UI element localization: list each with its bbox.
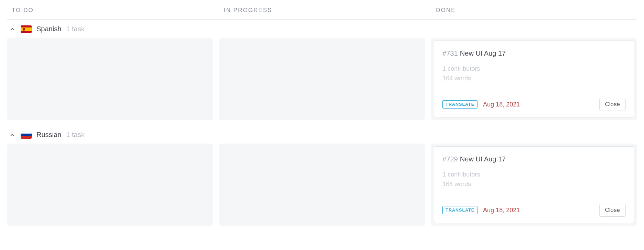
kanban-board: TO DO IN PROGRESS DONE Spanish 1 task #7…: [7, 0, 637, 238]
task-due-date: Aug 18, 2021: [483, 101, 520, 108]
task-name: New UI Aug 17: [460, 155, 506, 163]
group-lanes: #731New UI Aug 17 1 contributors 164 wor…: [7, 38, 637, 120]
column-headers: TO DO IN PROGRESS DONE: [7, 0, 637, 20]
todo-dropzone[interactable]: [7, 144, 213, 226]
task-title: #729New UI Aug 17: [442, 154, 626, 164]
language-group: Spanish 1 task #731New UI Aug 17 1 contr…: [7, 20, 637, 125]
task-count: 1 task: [66, 25, 84, 33]
task-due-date: Aug 18, 2021: [483, 207, 520, 214]
column-header-done: DONE: [431, 7, 637, 14]
done-lane[interactable]: #729New UI Aug 17 1 contributors 164 wor…: [431, 144, 637, 226]
language-name: Spanish: [36, 25, 61, 33]
task-contributors: 1 contributors: [442, 64, 626, 74]
flag-icon-russia: [21, 131, 32, 139]
task-card[interactable]: #731New UI Aug 17 1 contributors 164 wor…: [434, 41, 634, 117]
task-words: 164 words: [442, 180, 626, 189]
task-contributors: 1 contributors: [442, 170, 626, 180]
group-header[interactable]: Russian 1 task: [7, 125, 637, 144]
in-progress-dropzone[interactable]: [219, 38, 425, 120]
task-name: New UI Aug 17: [460, 49, 506, 57]
task-id: #729: [442, 155, 458, 163]
task-footer: TRANSLATE Aug 18, 2021 Close: [442, 197, 626, 217]
flag-icon-spain: [21, 25, 32, 33]
close-button[interactable]: Close: [599, 98, 626, 111]
translate-badge[interactable]: TRANSLATE: [442, 206, 477, 214]
task-count: 1 task: [66, 131, 84, 139]
done-lane[interactable]: #731New UI Aug 17 1 contributors 164 wor…: [431, 38, 637, 120]
in-progress-dropzone[interactable]: [219, 144, 425, 226]
column-header-todo: TO DO: [7, 7, 213, 14]
chevron-up-icon[interactable]: [9, 26, 16, 33]
task-card[interactable]: #729New UI Aug 17 1 contributors 164 wor…: [434, 146, 634, 223]
task-title: #731New UI Aug 17: [442, 48, 626, 58]
language-group: Russian 1 task #729New UI Aug 17 1 contr…: [7, 125, 637, 231]
todo-dropzone[interactable]: [7, 38, 213, 120]
group-header[interactable]: Spanish 1 task: [7, 20, 637, 38]
column-header-in-progress: IN PROGRESS: [219, 7, 425, 14]
close-button[interactable]: Close: [599, 204, 626, 217]
task-footer: TRANSLATE Aug 18, 2021 Close: [442, 91, 626, 111]
task-id: #731: [442, 49, 458, 57]
group-lanes: #729New UI Aug 17 1 contributors 164 wor…: [7, 144, 637, 226]
translate-badge[interactable]: TRANSLATE: [442, 100, 477, 109]
chevron-up-icon[interactable]: [9, 132, 16, 138]
language-name: Russian: [36, 131, 61, 139]
task-words: 164 words: [442, 74, 626, 83]
